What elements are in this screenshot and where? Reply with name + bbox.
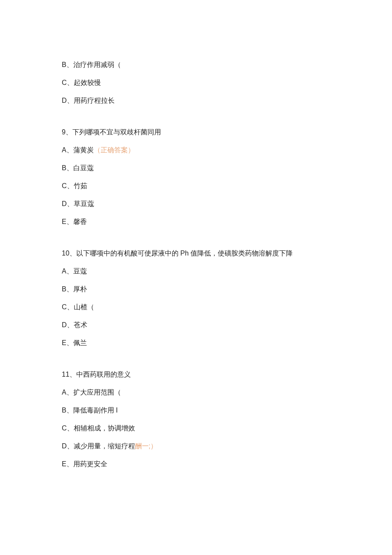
option-c: C、相辅相成，协调增效	[62, 423, 330, 433]
option-b: B、厚朴	[62, 284, 330, 294]
option-d: D、减少用量，缩短疗程酬一;）	[62, 441, 330, 451]
option-a-text: A、蒲黄炭	[62, 146, 94, 154]
question-text: 10、以下哪项中的有机酸可使尿液中的 Ph 值降低，使磺胺类药物溶解度下降	[62, 248, 330, 259]
option-b: B、白豆蔻	[62, 163, 330, 173]
question-text: 9、下列哪项不宜与双歧杆菌同用	[62, 127, 330, 137]
option-e: E、用药更安全	[62, 459, 330, 469]
option-d-suffix: 酬一;）	[135, 442, 157, 450]
question-block-8-partial: B、治疗作用减弱（ C、起效较慢 D、用药疗程拉长	[62, 60, 330, 106]
option-e: E、佩兰	[62, 338, 330, 348]
option-d-text: D、减少用量，缩短疗程	[62, 442, 135, 450]
option-b: B、降低毒副作用 I	[62, 405, 330, 416]
option-a: A、扩大应用范围（	[62, 387, 330, 398]
option-c: C、起效较慢	[62, 78, 330, 88]
option-e: E、馨香	[62, 217, 330, 227]
option-d: D、苍术	[62, 320, 330, 330]
question-block-9: 9、下列哪项不宜与双歧杆菌同用 A、蒲黄炭（正确答案） B、白豆蔻 C、竹茹 D…	[62, 127, 330, 227]
question-block-11: 11、中西药联用的意义 A、扩大应用范围（ B、降低毒副作用 I C、相辅相成，…	[62, 369, 330, 469]
option-d: D、用药疗程拉长	[62, 96, 330, 106]
option-c: C、竹茹	[62, 181, 330, 191]
question-block-10: 10、以下哪项中的有机酸可使尿液中的 Ph 值降低，使磺胺类药物溶解度下降 A、…	[62, 248, 330, 348]
option-d: D、草豆蔻	[62, 199, 330, 209]
correct-answer-label: （正确答案）	[94, 146, 135, 154]
option-c: C、山楂（	[62, 302, 330, 312]
option-a: A、蒲黄炭（正确答案）	[62, 145, 330, 155]
question-text: 11、中西药联用的意义	[62, 369, 330, 380]
option-b: B、治疗作用减弱（	[62, 60, 330, 70]
option-a: A、豆蔻	[62, 266, 330, 276]
